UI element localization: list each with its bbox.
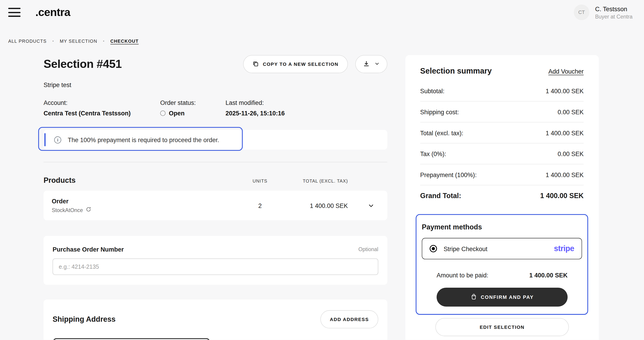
avatar[interactable]: CT: [574, 5, 589, 20]
last-modified-label: Last modified:: [226, 99, 284, 106]
row-label: Total (excl. tax):: [420, 129, 463, 136]
selection-subtitle: Stripe test: [44, 81, 387, 88]
breadcrumb-separator: •: [103, 39, 104, 43]
section-divider: [44, 162, 387, 162]
centra-logo: .centra: [36, 6, 70, 19]
products-header: Products UNITS TOTAL (EXCL. TAX): [44, 176, 387, 185]
row-value: 1 400.00 SEK: [546, 171, 584, 178]
shipping-heading: Shipping Address: [52, 315, 116, 324]
order-status-value: Open: [160, 110, 226, 117]
main-content: Selection #451 COPY TO A NEW SELECTION: [0, 55, 644, 340]
banner-accent-bar: [44, 133, 46, 146]
breadcrumb-all-products[interactable]: ALL PRODUCTS: [8, 39, 46, 44]
product-info: Order StockAtOnce: [52, 198, 244, 213]
column-header-total: TOTAL (EXCL. TAX): [276, 178, 354, 183]
column-header-units: UNITS: [244, 178, 276, 183]
download-split-button[interactable]: [355, 55, 387, 73]
copy-button-label: COPY TO A NEW SELECTION: [263, 62, 338, 67]
add-address-button[interactable]: ADD ADDRESS: [320, 310, 378, 328]
shipping-address-card: Shipping Address ADD ADDRESS: [44, 299, 387, 340]
breadcrumb: ALL PRODUCTS • MY SELECTION • CHECKOUT: [0, 39, 644, 44]
payment-lower: Amount to be paid: 1 400.00 SEK CONFIRM …: [437, 272, 568, 307]
summary-heading: Selection summary: [420, 67, 492, 76]
add-address-label: ADD ADDRESS: [330, 317, 369, 322]
checkout-page: .centra CT C. Testsson Buyer at Centra A…: [0, 0, 644, 340]
summary-rows: Subtotal: 1 400.00 SEK Shipping cost: 0.…: [420, 81, 584, 207]
product-total: 1 400.00 SEK: [276, 202, 354, 209]
user-chip[interactable]: CT C. Testsson Buyer at Centra: [574, 5, 632, 20]
breadcrumb-separator: •: [52, 39, 54, 43]
row-label: Shipping cost:: [420, 108, 459, 115]
breadcrumb-my-selection[interactable]: MY SELECTION: [60, 39, 97, 44]
download-icon: [363, 60, 370, 68]
checkout-left-column: Selection #451 COPY TO A NEW SELECTION: [44, 55, 387, 340]
po-card-header: Purchase Order Number Optional: [52, 246, 378, 253]
prepayment-banner: i The 100% prepayment is required to pro…: [44, 130, 387, 149]
edit-selection-wrap: EDIT SELECTION: [435, 318, 569, 336]
title-actions: COPY TO A NEW SELECTION: [243, 55, 387, 73]
status-open-icon: [160, 111, 165, 116]
row-label: Subtotal:: [420, 87, 445, 94]
prepayment-banner-text: The 100% prepayment is required to proce…: [68, 136, 219, 143]
payment-method-label: Stripe Checkout: [444, 245, 487, 252]
breadcrumb-checkout[interactable]: CHECKOUT: [110, 39, 138, 44]
summary-row-total-excl-tax: Total (excl. tax): 1 400.00 SEK: [420, 123, 584, 144]
summary-row-tax: Tax (0%): 0.00 SEK: [420, 144, 584, 165]
shipping-header: Shipping Address ADD ADDRESS: [52, 310, 378, 328]
delivery-window-label: StockAtOnce: [52, 207, 83, 213]
row-label: Tax (0%):: [420, 150, 446, 157]
confirm-button-label: CONFIRM AND PAY: [481, 294, 534, 300]
meta-order-status: Order status: Open: [160, 99, 226, 117]
order-status-label: Order status:: [160, 99, 226, 106]
address-card-partial[interactable]: [52, 338, 210, 340]
po-number-input[interactable]: [52, 258, 378, 275]
add-voucher-link[interactable]: Add Voucher: [548, 68, 584, 75]
selection-meta: Account: Centra Test (Centra Testsson) O…: [44, 99, 387, 117]
amount-value: 1 400.00 SEK: [529, 272, 568, 279]
user-role: Buyer at Centra: [595, 13, 632, 20]
payment-methods-heading: Payment methods: [422, 223, 582, 231]
account-value: Centra Test (Centra Testsson): [44, 110, 160, 117]
refresh-icon: [86, 207, 91, 213]
edit-selection-button[interactable]: EDIT SELECTION: [435, 318, 569, 336]
row-value: 0.00 SEK: [558, 108, 584, 115]
radio-selected-icon[interactable]: [430, 245, 437, 252]
amount-label: Amount to be paid:: [437, 272, 488, 279]
row-value: 0.00 SEK: [558, 150, 584, 157]
product-delivery: StockAtOnce: [52, 207, 244, 213]
summary-header: Selection summary Add Voucher: [420, 67, 584, 76]
order-status-text: Open: [169, 110, 184, 117]
product-units: 2: [244, 202, 276, 209]
user-meta: C. Testsson Buyer at Centra: [595, 5, 632, 20]
account-label: Account:: [44, 99, 160, 106]
stripe-logo: stripe: [554, 244, 574, 253]
row-value: 1 400.00 SEK: [546, 129, 584, 136]
summary-row-subtotal: Subtotal: 1 400.00 SEK: [420, 81, 584, 102]
product-row: Order StockAtOnce 2 1 400.00 SEK: [44, 191, 387, 220]
prepayment-banner-wrap: i The 100% prepayment is required to pro…: [44, 130, 387, 149]
grand-total-row: Grand Total: 1 400.00 SEK: [420, 185, 584, 207]
copy-to-new-selection-button[interactable]: COPY TO A NEW SELECTION: [243, 55, 348, 73]
amount-to-be-paid-row: Amount to be paid: 1 400.00 SEK: [437, 272, 568, 279]
hamburger-menu-icon[interactable]: [8, 8, 20, 17]
copy-icon: [252, 61, 259, 68]
po-optional-badge: Optional: [358, 246, 378, 252]
chevron-down-icon: [374, 61, 380, 67]
meta-last-modified: Last modified: 2025-11-26, 15:10:16: [226, 99, 284, 117]
product-expand-chevron-icon[interactable]: [354, 191, 387, 220]
po-number-label: Purchase Order Number: [52, 246, 124, 253]
summary-row-shipping: Shipping cost: 0.00 SEK: [420, 102, 584, 123]
grand-total-label: Grand Total:: [420, 192, 461, 200]
shopping-bag-icon: [470, 293, 476, 301]
row-value: 1 400.00 SEK: [546, 87, 584, 94]
info-icon: i: [54, 136, 61, 143]
confirm-and-pay-button[interactable]: CONFIRM AND PAY: [437, 288, 568, 307]
products-heading: Products: [44, 176, 244, 185]
summary-row-prepayment: Prepayment (100%): 1 400.00 SEK: [420, 164, 584, 185]
last-modified-value: 2025-11-26, 15:10:16: [226, 110, 284, 117]
top-bar: .centra CT C. Testsson Buyer at Centra: [0, 0, 644, 25]
purchase-order-card: Purchase Order Number Optional: [44, 236, 387, 285]
selection-summary-card: Selection summary Add Voucher Subtotal: …: [405, 55, 599, 340]
row-label: Prepayment (100%):: [420, 171, 476, 178]
payment-method-stripe[interactable]: Stripe Checkout stripe: [422, 238, 582, 259]
